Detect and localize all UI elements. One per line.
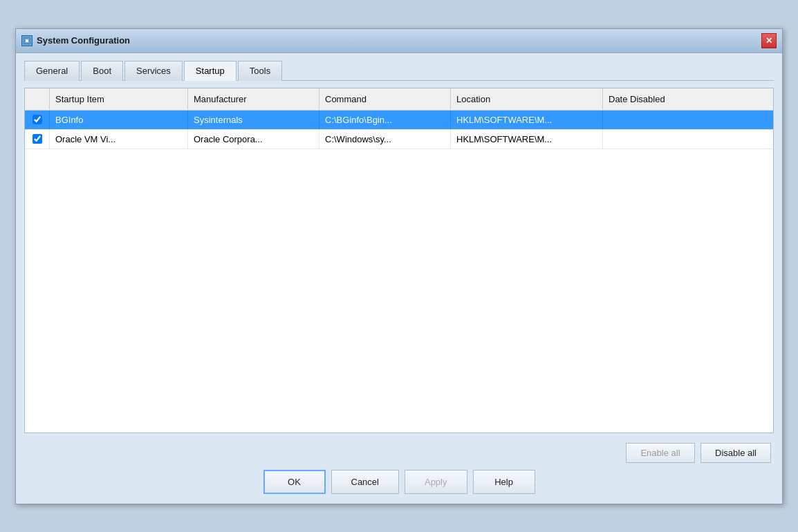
row2-date-disabled	[603, 130, 773, 149]
row1-manufacturer: Sysinternals	[188, 111, 319, 129]
row2-location: HKLM\SOFTWARE\M...	[451, 130, 603, 149]
row1-checkbox-cell[interactable]	[25, 111, 50, 129]
row2-checkbox-cell[interactable]	[25, 130, 50, 149]
col-header-date-disabled: Date Disabled	[603, 88, 773, 110]
row2-command: C:\Windows\sy...	[319, 130, 451, 149]
row1-checkbox[interactable]	[33, 115, 42, 124]
window-title: System Configuration	[37, 35, 130, 46]
row2-manufacturer: Oracle Corpora...	[188, 130, 319, 149]
row1-date-disabled	[603, 111, 773, 129]
col-header-checkbox	[25, 88, 50, 110]
row1-startup-item: BGInfo	[50, 111, 188, 129]
col-header-startup-item: Startup Item	[50, 88, 188, 110]
system-configuration-window: System Configuration ✕ General Boot Serv…	[15, 28, 783, 504]
row2-startup-item: Oracle VM Vi...	[50, 130, 188, 149]
table-row[interactable]: BGInfo Sysinternals C:\BGinfo\Bgin... HK…	[25, 111, 773, 130]
startup-table-container: Startup Item Manufacturer Command Locati…	[24, 88, 774, 433]
title-bar-left: System Configuration	[21, 35, 130, 46]
tabs-container: General Boot Services Startup Tools	[24, 60, 774, 81]
apply-button[interactable]: Apply	[405, 470, 467, 494]
cancel-button[interactable]: Cancel	[331, 470, 399, 494]
close-button[interactable]: ✕	[761, 33, 777, 48]
table-body: BGInfo Sysinternals C:\BGinfo\Bgin... HK…	[25, 111, 773, 149]
enable-all-button[interactable]: Enable all	[626, 443, 695, 463]
title-bar: System Configuration ✕	[16, 29, 782, 53]
tab-boot[interactable]: Boot	[81, 61, 123, 81]
ok-button[interactable]: OK	[263, 470, 326, 494]
tab-startup[interactable]: Startup	[184, 61, 236, 81]
col-header-manufacturer: Manufacturer	[188, 88, 319, 110]
tab-services[interactable]: Services	[124, 61, 183, 81]
row1-location: HKLM\SOFTWARE\M...	[451, 111, 603, 129]
app-icon	[21, 35, 33, 46]
tab-general[interactable]: General	[24, 61, 80, 81]
bottom-controls: Enable all Disable all	[24, 443, 774, 463]
disable-all-button[interactable]: Disable all	[700, 443, 771, 463]
row1-command: C:\BGinfo\Bgin...	[319, 111, 451, 129]
table-header: Startup Item Manufacturer Command Locati…	[25, 88, 773, 111]
col-header-command: Command	[319, 88, 451, 110]
help-button[interactable]: Help	[473, 470, 535, 494]
dialog-buttons: OK Cancel Apply Help	[24, 470, 774, 494]
window-body: General Boot Services Startup Tools Star…	[16, 53, 782, 504]
table-row[interactable]: Oracle VM Vi... Oracle Corpora... C:\Win…	[25, 130, 773, 149]
svg-rect-2	[26, 39, 28, 42]
row2-checkbox[interactable]	[33, 134, 42, 144]
col-header-location: Location	[451, 88, 603, 110]
tab-tools[interactable]: Tools	[238, 61, 282, 81]
